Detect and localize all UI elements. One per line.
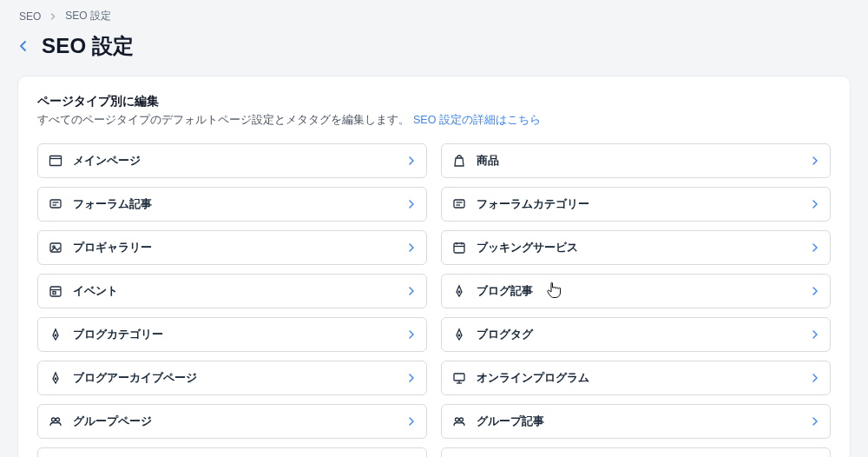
card-label: グループ記事 <box>477 414 800 429</box>
group-icon <box>49 414 62 428</box>
card-pro-gallery[interactable]: プロギャラリー <box>37 230 427 265</box>
chevron-right-icon <box>811 200 819 209</box>
pen-icon <box>49 328 62 341</box>
card-blog-category[interactable]: ブログカテゴリー <box>37 317 427 352</box>
card-label: ブログカテゴリー <box>73 327 397 342</box>
card-portfolio-project[interactable]: ポートフォリオプロジェクト <box>37 447 427 457</box>
breadcrumb-current: SEO 設定 <box>65 9 111 23</box>
svg-rect-16 <box>53 292 56 295</box>
chevron-right-icon <box>407 200 416 209</box>
chevron-right-icon <box>811 156 819 165</box>
card-group-page[interactable]: グループページ <box>37 404 427 439</box>
card-label: ブログ記事 <box>477 283 800 299</box>
card-booking-service[interactable]: ブッキングサービス <box>441 230 831 265</box>
card-forum-category[interactable]: フォーラムカテゴリー <box>441 187 831 222</box>
chevron-right-icon <box>407 243 416 252</box>
card-label: 商品 <box>477 153 800 169</box>
chevron-right-icon <box>407 374 416 382</box>
chevron-right-icon <box>407 417 416 426</box>
svg-rect-0 <box>50 156 62 166</box>
card-label: フォーラム記事 <box>73 196 397 212</box>
breadcrumb-root[interactable]: SEO <box>19 10 41 23</box>
svg-rect-10 <box>454 243 464 253</box>
chevron-right-icon <box>49 13 56 20</box>
card-label: イベント <box>73 283 397 299</box>
chevron-right-icon <box>407 330 416 339</box>
page-title: SEO 設定 <box>42 32 135 60</box>
svg-rect-5 <box>454 200 464 208</box>
pen-icon <box>49 371 62 385</box>
svg-point-27 <box>460 418 464 421</box>
chevron-right-icon <box>407 287 416 295</box>
product-icon <box>452 154 466 168</box>
card-online-program[interactable]: オンラインプログラム <box>441 361 831 395</box>
pen-icon <box>452 328 466 341</box>
card-forum-post[interactable]: フォーラム記事 <box>37 187 427 222</box>
card-label: グループページ <box>73 414 397 429</box>
event-icon <box>49 284 62 298</box>
card-blog-post[interactable]: ブログ記事 <box>441 274 831 308</box>
forum-post-icon <box>49 197 62 211</box>
panel-description: すべてのページタイプのデフォルトページ設定とメタタグを編集します。SEO 設定の… <box>37 113 831 128</box>
online-program-icon <box>452 371 466 385</box>
chevron-right-icon <box>811 374 819 382</box>
card-main-page[interactable]: メインページ <box>37 143 427 178</box>
chevron-right-icon <box>811 243 819 252</box>
card-label: ブッキングサービス <box>477 240 800 255</box>
card-label: ブログアーカイブページ <box>73 370 397 386</box>
svg-point-17 <box>458 291 460 293</box>
forum-category-icon <box>452 197 466 211</box>
svg-rect-2 <box>50 200 61 208</box>
card-label: メインページ <box>73 153 397 169</box>
gallery-icon <box>49 241 62 255</box>
pen-icon <box>452 284 466 298</box>
chevron-right-icon <box>811 287 819 295</box>
card-product[interactable]: 商品 <box>441 143 831 178</box>
chevron-right-icon <box>811 330 819 339</box>
svg-rect-21 <box>454 374 464 381</box>
card-label: ブログタグ <box>477 327 800 342</box>
booking-icon <box>452 241 466 255</box>
chevron-right-icon <box>811 417 819 426</box>
chevron-right-icon <box>407 156 416 165</box>
svg-point-18 <box>55 334 56 336</box>
card-label: プロギャラリー <box>73 240 397 255</box>
svg-point-20 <box>55 378 56 380</box>
card-event[interactable]: イベント <box>37 274 427 308</box>
card-portfolio-collection[interactable]: ポートフォリオコレクション <box>441 447 831 457</box>
main-page-icon <box>49 154 62 168</box>
svg-point-25 <box>56 418 60 421</box>
card-blog-archive[interactable]: ブログアーカイブページ <box>37 361 427 395</box>
svg-point-19 <box>458 334 460 336</box>
card-label: フォーラムカテゴリー <box>477 196 800 212</box>
svg-point-26 <box>456 418 459 421</box>
card-group-post[interactable]: グループ記事 <box>441 404 831 439</box>
group-icon <box>452 414 466 428</box>
card-label: オンラインプログラム <box>477 370 800 386</box>
svg-point-24 <box>52 418 56 421</box>
panel-title: ページタイプ別に編集 <box>37 94 831 109</box>
page-types-panel: ページタイプ別に編集 すべてのページタイプのデフォルトページ設定とメタタグを編集… <box>17 76 851 457</box>
learn-more-link[interactable]: SEO 設定の詳細はこちら <box>413 114 541 126</box>
back-button[interactable] <box>17 40 30 52</box>
breadcrumb: SEO SEO 設定 <box>17 9 851 30</box>
card-blog-tag[interactable]: ブログタグ <box>441 317 831 352</box>
